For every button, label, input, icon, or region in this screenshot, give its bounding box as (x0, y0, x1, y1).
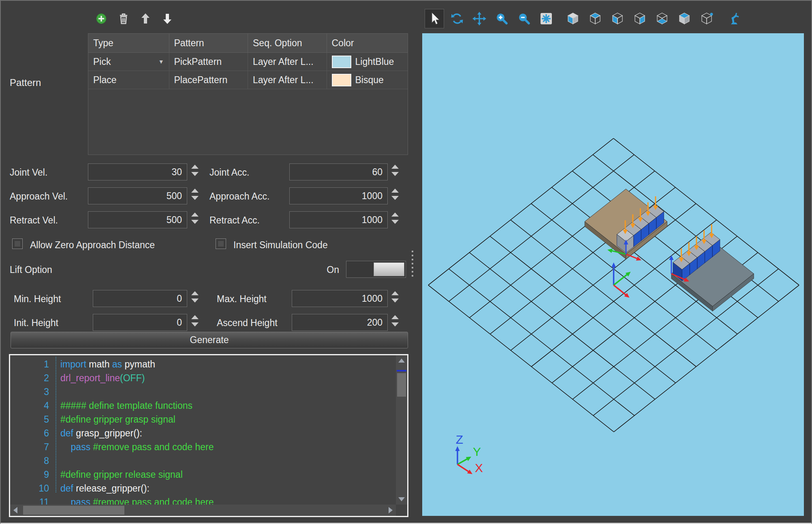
color-name: LightBlue (355, 56, 394, 67)
code-line[interactable]: 7 pass #remove pass and code here (10, 440, 396, 454)
horizontal-scroll-thumb[interactable] (23, 506, 124, 515)
retract-acc-input[interactable]: 1000 (289, 211, 388, 228)
line-number: 2 (10, 373, 56, 384)
panel-splitter[interactable] (411, 251, 414, 280)
code-line[interactable]: 4##### define template functions (10, 399, 396, 412)
vertical-scrollbar[interactable] (396, 355, 407, 505)
view-right-button[interactable] (630, 9, 650, 28)
scroll-down-button[interactable] (398, 497, 405, 501)
init-height-input[interactable]: 0 (93, 314, 187, 331)
generate-button[interactable]: Generate (11, 332, 408, 348)
gutter-guide-line (56, 357, 56, 492)
viewport-canvas[interactable]: ZYX (422, 33, 804, 516)
spin-up-button[interactable] (191, 165, 199, 169)
allow-zero-approach-checkbox[interactable] (12, 238, 23, 249)
zoom-fit-button[interactable] (536, 9, 556, 28)
spin-down-button[interactable] (191, 196, 199, 200)
pattern-table-row[interactable]: Pick▼PickPatternLayer After L...LightBlu… (88, 53, 408, 71)
spin-up-button[interactable] (391, 315, 399, 319)
spin-up-button[interactable] (191, 213, 199, 217)
color-swatch (332, 74, 351, 86)
type-dropdown-icon[interactable]: ▼ (158, 58, 164, 65)
code-line[interactable]: 11 pass #remove pass and code here (10, 495, 396, 505)
spin-down-button[interactable] (391, 322, 399, 326)
move-down-button[interactable] (159, 11, 175, 27)
ascend-height-value: 200 (367, 317, 382, 328)
code-line[interactable]: 3 (10, 385, 396, 399)
add-button[interactable] (93, 11, 109, 27)
spin-down-button[interactable] (391, 196, 399, 200)
insert-simulation-code-checkbox[interactable] (216, 238, 226, 249)
code-line[interactable]: 5#define gripper grasp signal (10, 412, 396, 426)
spin-down-button[interactable] (391, 220, 399, 224)
scroll-left-button[interactable] (13, 507, 17, 513)
view-bottom-button[interactable] (652, 9, 672, 28)
spin-down-button[interactable] (191, 322, 199, 326)
code-line[interactable]: 8 (10, 454, 396, 468)
color-cell[interactable]: Bisque (327, 71, 408, 89)
spin-up-button[interactable] (191, 291, 199, 295)
code-line[interactable]: 6def grasp_gripper(): (10, 426, 396, 440)
view-isometric-button[interactable] (697, 9, 716, 28)
zoom-in-button[interactable] (492, 9, 511, 28)
seq-option-cell[interactable]: Layer After L... (248, 71, 327, 89)
code-text: drl_report_line(OFF) (56, 373, 145, 384)
line-number: 1 (10, 359, 56, 370)
code-line[interactable]: 1import math as pymath (10, 357, 396, 371)
select-button[interactable] (425, 9, 444, 28)
color-cell[interactable]: LightBlue (327, 53, 408, 71)
lift-option-toggle[interactable] (346, 261, 406, 278)
line-number: 11 (10, 497, 56, 505)
code-line[interactable]: 10def release_gripper(): (10, 481, 396, 495)
move-up-button[interactable] (137, 11, 154, 27)
spin-down-button[interactable] (391, 172, 399, 176)
view-back-button[interactable] (585, 9, 605, 28)
view-top-button[interactable] (675, 9, 694, 28)
select-icon (427, 11, 442, 26)
retract-vel-input[interactable]: 500 (88, 211, 187, 228)
code-line[interactable]: 9#define gripper release signal (10, 468, 396, 481)
spin-down-button[interactable] (191, 299, 199, 303)
pattern-cell[interactable]: PlacePattern (169, 71, 248, 89)
type-cell[interactable]: Place (88, 71, 169, 89)
code-editor[interactable]: 1import math as pymath2drl_report_line(O… (9, 354, 408, 517)
min-height-input[interactable]: 0 (93, 290, 187, 307)
approach-vel-value: 500 (167, 191, 182, 202)
joint-vel-input[interactable]: 30 (88, 163, 187, 180)
spin-up-button[interactable] (391, 165, 399, 169)
pattern-cell[interactable]: PickPattern (169, 53, 248, 71)
svg-text:Z: Z (456, 433, 463, 446)
spin-up-button[interactable] (391, 291, 399, 295)
spin-down-button[interactable] (191, 172, 199, 176)
robot-button[interactable] (724, 9, 744, 28)
spin-up-button[interactable] (191, 189, 199, 193)
max-height-input[interactable]: 1000 (292, 290, 388, 307)
approach-acc-input[interactable]: 1000 (289, 187, 388, 204)
delete-button[interactable] (115, 11, 132, 27)
pan-button[interactable] (470, 9, 489, 28)
pattern-table-row[interactable]: PlacePlacePatternLayer After L...Bisque (88, 71, 408, 89)
view-front-button[interactable] (563, 9, 583, 28)
spin-down-button[interactable] (391, 299, 399, 303)
joint-acc-input[interactable]: 60 (289, 163, 388, 180)
seq-option-cell[interactable]: Layer After L... (248, 53, 327, 71)
retract-vel-spinner (191, 213, 199, 224)
type-cell[interactable]: Pick▼ (88, 53, 169, 71)
spin-up-button[interactable] (391, 213, 399, 217)
zoom-out-button[interactable] (514, 9, 534, 28)
approach-vel-input[interactable]: 500 (88, 187, 187, 204)
scroll-right-button[interactable] (389, 507, 393, 513)
spin-up-button[interactable] (191, 315, 199, 319)
spin-down-button[interactable] (191, 220, 199, 224)
scroll-up-button[interactable] (398, 359, 405, 363)
spin-up-button[interactable] (391, 189, 399, 193)
type-value: Pick (93, 56, 111, 67)
view-left-button[interactable] (608, 9, 627, 28)
vertical-scroll-thumb[interactable] (397, 373, 406, 397)
code-line[interactable]: 2drl_report_line(OFF) (10, 371, 396, 385)
line-number: 4 (10, 400, 56, 411)
horizontal-scrollbar[interactable] (10, 505, 396, 516)
rotate-button[interactable] (447, 9, 467, 28)
ascend-height-input[interactable]: 200 (292, 314, 388, 331)
code-editor-content[interactable]: 1import math as pymath2drl_report_line(O… (10, 355, 396, 505)
